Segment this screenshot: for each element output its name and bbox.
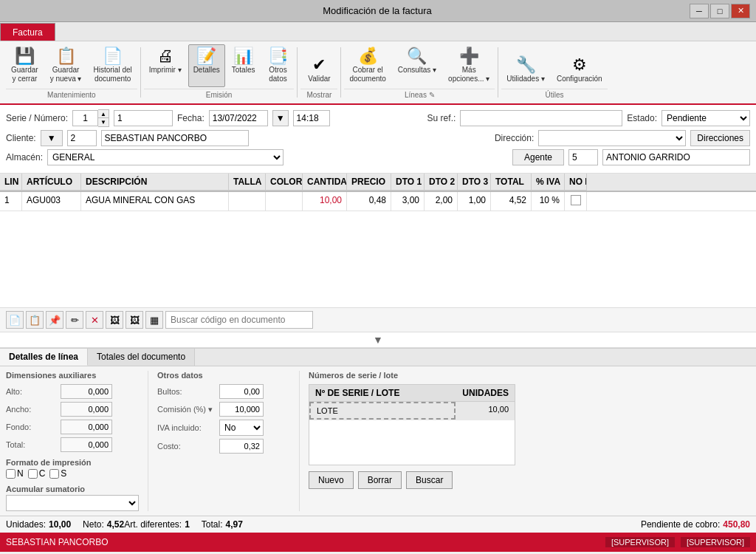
cell-total: 4,52 (491, 192, 532, 211)
toolbar-group-mostrar: ✔ Validar Mostrar (300, 53, 337, 100)
cell-dto3: 1,00 (458, 192, 491, 211)
cliente-dropdown-btn[interactable]: ▼ (41, 130, 63, 146)
consultas-button[interactable]: 🔍 Consultas ▾ (393, 44, 441, 87)
guardar-cerrar-button[interactable]: 💾 Guardary cerrar (6, 44, 44, 87)
numero-input[interactable] (114, 110, 173, 126)
grid-img-btn[interactable]: 🖼 (106, 311, 123, 329)
serie-up[interactable]: ▲ (98, 110, 109, 118)
guardar-nueva-button[interactable]: 📋 Guardary nueva ▾ (45, 44, 87, 87)
grid-new-btn[interactable]: 📄 (6, 311, 24, 329)
direccion-select[interactable] (538, 130, 686, 146)
acumular-section: Acumular sumatorio (6, 485, 139, 511)
otros-title: Otros datos (157, 371, 290, 380)
col-articulo: ARTÍCULO (22, 174, 81, 191)
ivaincluido-select[interactable]: No (219, 420, 264, 436)
serie-down[interactable]: ▼ (98, 118, 109, 126)
tab-factura[interactable]: Factura (0, 23, 55, 41)
serie-input-group: ▲ ▼ (72, 109, 109, 127)
col-noimp: NO IMP. (565, 174, 587, 191)
check-s[interactable] (49, 469, 59, 479)
consultas-icon: 🔍 (407, 48, 427, 64)
borrar-serie-btn[interactable]: Borrar (358, 471, 402, 489)
estado-select[interactable]: Pendiente (662, 110, 750, 126)
grid-copy-btn[interactable]: 📋 (26, 311, 44, 329)
check-n[interactable] (6, 469, 16, 479)
artdif-value: 1 (185, 519, 190, 530)
cell-descripcion: AGUA MINERAL CON GAS (81, 192, 229, 211)
grid-delete-btn[interactable]: ✕ (86, 311, 103, 329)
col-iva: % IVA (532, 174, 565, 191)
fecha-input[interactable] (209, 110, 268, 126)
totals-icon: 📊 (233, 48, 253, 64)
agente-button[interactable]: Agente (512, 149, 564, 165)
imprimir-button[interactable]: 🖨 Imprimir ▾ (144, 44, 187, 87)
grid-img2-btn[interactable]: 🖼 (126, 311, 143, 329)
direcciones-button[interactable]: Direcciones (690, 130, 750, 146)
serie-lote-table: Nº DE SERIE / LOTE UNIDADES LOTE 10,00 (309, 384, 515, 465)
historial-button[interactable]: 📄 Historial deldocumento (89, 44, 137, 87)
role-badge-2: [SUPERVISOR] (681, 537, 750, 547)
cell-lin: 1 (0, 192, 22, 211)
close-button[interactable]: ✕ (731, 4, 750, 18)
details-tab-linea[interactable]: Detalles de línea (0, 349, 88, 366)
ancho-input[interactable] (61, 402, 112, 417)
grid-edit-btn[interactable]: ✏ (66, 311, 83, 329)
cliente-label: Cliente: (6, 133, 36, 143)
divider-arrow[interactable]: ▼ (0, 332, 756, 348)
utiles-label: Útiles (501, 89, 607, 100)
col-total: TOTAL (491, 174, 532, 191)
col-talla: TALLA (229, 174, 266, 191)
col-color: COLOR (266, 174, 303, 191)
grid-paste-btn[interactable]: 📌 (46, 311, 63, 329)
serie-input[interactable] (72, 110, 98, 126)
cliente-name-input[interactable] (101, 130, 249, 146)
comision-input[interactable] (219, 402, 264, 417)
otros-datos-button[interactable]: 📑 Otrosdatos (261, 44, 294, 87)
agente-id-input[interactable] (568, 149, 598, 165)
minimize-button[interactable]: ─ (690, 4, 709, 18)
mas-opciones-button[interactable]: ➕ Másopciones... ▾ (443, 44, 495, 87)
nuevo-serie-btn[interactable]: Nuevo (309, 471, 354, 489)
detalles-button[interactable]: 📝 Detalles (188, 44, 225, 87)
suref-label: Su ref.: (427, 113, 456, 123)
cell-noimp (565, 192, 587, 211)
cliente-id-input[interactable] (67, 130, 97, 146)
cobrar-button[interactable]: 💰 Cobrar eldocumento (344, 44, 391, 87)
validar-button[interactable]: ✔ Validar (303, 53, 335, 87)
totales-button[interactable]: 📊 Totales (227, 44, 261, 87)
check-c[interactable] (28, 469, 38, 479)
ancho-field: Ancho: (6, 402, 139, 417)
costo-input[interactable] (219, 439, 264, 454)
grid-barcode-btn[interactable]: ▦ (145, 311, 163, 329)
hora-input[interactable] (293, 110, 330, 126)
total-dim-input[interactable] (61, 437, 112, 452)
costo-label: Costo: (157, 442, 216, 451)
almacen-select[interactable]: GENERAL (47, 149, 284, 165)
agente-name-input[interactable] (602, 149, 750, 165)
col-descripcion: DESCRIPCIÓN (81, 174, 229, 191)
history-icon: 📄 (103, 48, 123, 64)
noimp-checkbox[interactable] (571, 195, 581, 205)
bultos-input[interactable] (219, 384, 264, 399)
separator-1 (140, 47, 141, 98)
details-icon: 📝 (196, 48, 216, 64)
serie-buttons: Nuevo Borrar Buscar (309, 471, 750, 489)
serie-label: Serie / Número: (6, 113, 68, 123)
fondo-input[interactable] (61, 420, 112, 434)
maximize-button[interactable]: □ (710, 4, 729, 18)
suref-input[interactable] (460, 110, 622, 126)
table-row[interactable]: 1 AGU003 AGUA MINERAL CON GAS 10,00 0,48… (0, 192, 756, 211)
toolbar-group-emision: 🖨 Imprimir ▾ 📝 Detalles 📊 Totales 📑 Otro… (144, 44, 295, 100)
grid-search-input[interactable] (165, 311, 313, 329)
acumular-select[interactable] (6, 495, 139, 511)
formato-section: Formato de impresión N C S (6, 458, 139, 479)
alto-input[interactable] (61, 384, 112, 399)
utilidades-button[interactable]: 🔧 Utilidades ▾ (501, 53, 550, 87)
col-serie: Nº DE SERIE / LOTE (309, 385, 456, 401)
costo-field: Costo: (157, 439, 290, 454)
serie-table-row[interactable]: LOTE 10,00 (309, 402, 515, 420)
configuracion-button[interactable]: ⚙ Configuración (551, 53, 608, 87)
buscar-serie-btn[interactable]: Buscar (406, 471, 453, 489)
details-tab-totales[interactable]: Totales del documento (88, 349, 195, 366)
fecha-picker-btn[interactable]: ▼ (272, 110, 289, 126)
